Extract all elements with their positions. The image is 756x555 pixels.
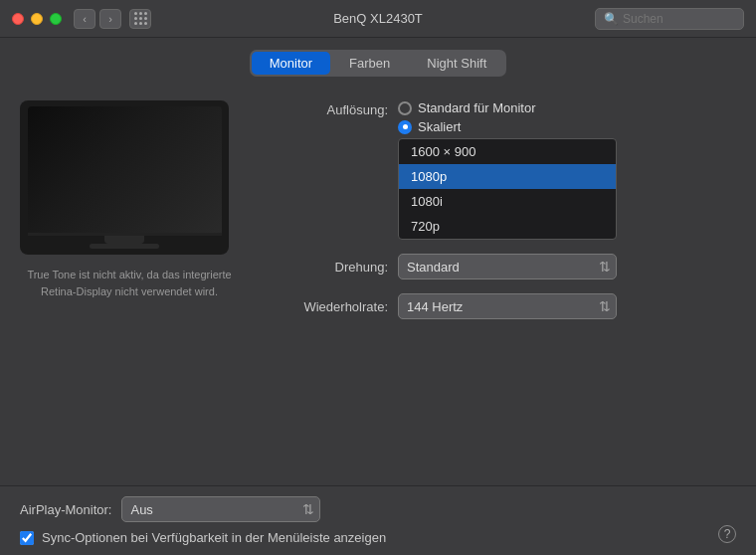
resolution-controls: Standard für Monitor Skaliert 1600 × 900… [398, 100, 736, 240]
resolution-item-0[interactable]: 1600 × 900 [399, 139, 616, 164]
sync-row: Sync-Optionen bei Verfügbarkeit in der M… [20, 530, 736, 545]
resolution-label: Auflösung: [259, 100, 388, 117]
tab-monitor[interactable]: Monitor [252, 52, 330, 75]
minimize-button[interactable] [31, 13, 43, 25]
resolution-item-1[interactable]: 1080p [399, 164, 616, 189]
refresh-rate-wrapper[interactable]: 144 Hertz 120 Hertz 60 Hertz ⇅ [398, 293, 617, 319]
airplay-row: AirPlay-Monitor: Aus Ein ⇅ [20, 496, 736, 522]
resolution-row: Auflösung: Standard für Monitor Skaliert… [259, 100, 736, 240]
window-title: BenQ XL2430T [333, 11, 423, 26]
traffic-lights [12, 13, 62, 25]
resolution-item-2[interactable]: 1080i [399, 189, 616, 214]
resolution-item-3[interactable]: 720p [399, 214, 616, 239]
tab-farben[interactable]: Farben [331, 52, 408, 75]
rotation-select[interactable]: Standard 90° 180° 270° [398, 254, 617, 279]
title-bar: ‹ › BenQ XL2430T 🔍 [0, 0, 756, 38]
search-icon: 🔍 [604, 12, 619, 26]
rotation-wrapper[interactable]: Standard 90° 180° 270° ⇅ [398, 254, 617, 279]
nav-buttons: ‹ › [74, 9, 121, 29]
refresh-rate-select[interactable]: 144 Hertz 120 Hertz 60 Hertz [398, 293, 617, 319]
forward-button[interactable]: › [99, 9, 121, 29]
left-panel: True Tone ist nicht aktiv, da das integr… [20, 100, 239, 333]
tabs-container: Monitor Farben Night Shift [0, 38, 756, 85]
monitor-stand [104, 236, 144, 244]
refresh-rate-label: Wiederholrate: [259, 299, 388, 314]
search-bar[interactable]: 🔍 [595, 8, 744, 30]
monitor-base [90, 244, 159, 249]
close-button[interactable] [12, 13, 24, 25]
resolution-scaled-label: Skaliert [418, 119, 461, 134]
rotation-row: Drehung: Standard 90° 180° 270° ⇅ [259, 254, 736, 279]
airplay-label: AirPlay-Monitor: [20, 502, 111, 517]
bottom-bar: AirPlay-Monitor: Aus Ein ⇅ Sync-Optionen… [0, 485, 756, 555]
main-content: True Tone ist nicht aktiv, da das integr… [0, 85, 756, 349]
airplay-wrapper[interactable]: Aus Ein ⇅ [121, 496, 320, 522]
sync-checkbox[interactable] [20, 531, 34, 545]
maximize-button[interactable] [50, 13, 62, 25]
airplay-select[interactable]: Aus Ein [121, 496, 320, 522]
resolution-scaled-option[interactable]: Skaliert [398, 119, 736, 134]
refresh-rate-row: Wiederholrate: 144 Hertz 120 Hertz 60 He… [259, 293, 736, 319]
rotation-label: Drehung: [259, 260, 388, 275]
grid-button[interactable] [129, 9, 151, 29]
search-input[interactable] [623, 12, 735, 26]
resolution-list: 1600 × 900 1080p 1080i 720p [398, 138, 617, 240]
resolution-standard-radio[interactable] [398, 101, 412, 115]
resolution-standard-option[interactable]: Standard für Monitor [398, 100, 736, 115]
monitor-note: True Tone ist nicht aktiv, da das integr… [20, 267, 239, 299]
sync-label: Sync-Optionen bei Verfügbarkeit in der M… [42, 530, 386, 545]
monitor-screen [28, 106, 222, 236]
monitor-preview [20, 100, 229, 255]
tab-nightshift[interactable]: Night Shift [409, 52, 504, 75]
resolution-scaled-radio[interactable] [398, 120, 412, 134]
help-button[interactable]: ? [718, 525, 736, 543]
resolution-standard-label: Standard für Monitor [418, 100, 536, 115]
back-button[interactable]: ‹ [74, 9, 95, 29]
tabs: Monitor Farben Night Shift [250, 50, 507, 77]
right-panel: Auflösung: Standard für Monitor Skaliert… [259, 100, 736, 333]
